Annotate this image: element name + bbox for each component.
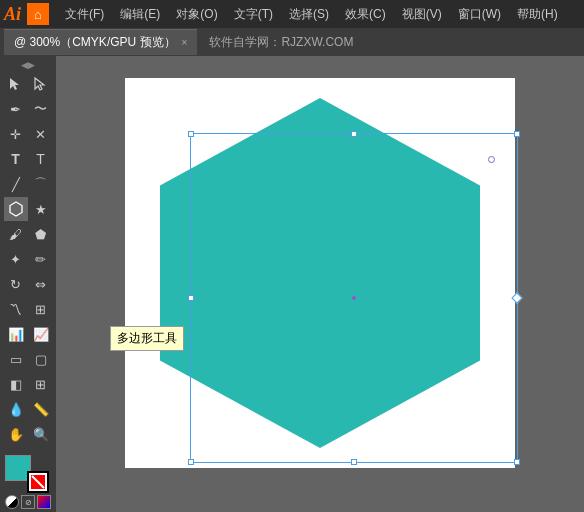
svg-marker-2 [160, 98, 480, 448]
tool-row-8: ✦ ✏ [0, 247, 56, 271]
bar-graph-tool[interactable]: 📈 [29, 322, 53, 346]
menu-effect[interactable]: 效果(C) [337, 2, 394, 27]
tool-row-9: ↻ ⇔ [0, 272, 56, 296]
menu-select[interactable]: 选择(S) [281, 2, 337, 27]
tool-row-1 [0, 72, 56, 96]
star-tool[interactable]: ★ [29, 197, 53, 221]
reflect-tool[interactable]: ⇔ [29, 272, 53, 296]
hand-tool[interactable]: ✋ [4, 422, 28, 446]
left-toolbar: ◀▶ ✒ 〜 ✛ ✕ T T ╱ ⌒ [0, 56, 56, 512]
remove-anchor-tool[interactable]: ✕ [29, 122, 53, 146]
tool-row-4: T T [0, 147, 56, 171]
polygon-tool[interactable] [4, 197, 28, 221]
paintbrush-tool[interactable]: 🖌 [4, 222, 28, 246]
app-logo: Ai [4, 4, 21, 25]
line-tool[interactable]: ╱ [4, 172, 28, 196]
rectangle-tool[interactable]: ▭ [4, 347, 28, 371]
pen-tool[interactable]: ✒ [4, 97, 28, 121]
direct-selection-tool[interactable] [29, 72, 53, 96]
tool-row-3: ✛ ✕ [0, 122, 56, 146]
no-fill-icon[interactable]: ⊘ [21, 495, 35, 509]
fill-stroke-area[interactable] [5, 455, 49, 493]
type-tool[interactable]: T [4, 147, 28, 171]
menu-help[interactable]: 帮助(H) [509, 2, 566, 27]
selection-tool[interactable] [4, 72, 28, 96]
toolbar-collapse[interactable]: ◀▶ [0, 60, 56, 70]
menu-view[interactable]: 视图(V) [394, 2, 450, 27]
main-layout: ◀▶ ✒ 〜 ✛ ✕ T T ╱ ⌒ [0, 56, 584, 512]
tab-close-button[interactable]: × [182, 37, 188, 48]
home-icon: ⌂ [34, 7, 42, 22]
menu-file[interactable]: 文件(F) [57, 2, 112, 27]
tool-row-10: 〽 ⊞ [0, 297, 56, 321]
gradient-fill-icon[interactable] [37, 495, 51, 509]
no-stroke-icon [31, 475, 45, 489]
tool-row-12: ▭ ▢ [0, 347, 56, 371]
color-mode-row: ⊘ [5, 495, 51, 509]
zoom-tool[interactable]: 🔍 [29, 422, 53, 446]
menu-window[interactable]: 窗口(W) [450, 2, 509, 27]
svg-line-1 [32, 476, 44, 488]
pencil-tool[interactable]: ✏ [29, 247, 53, 271]
tool-row-2: ✒ 〜 [0, 97, 56, 121]
free-transform-tool[interactable]: ⊞ [29, 297, 53, 321]
curvature-tool[interactable]: 〜 [29, 97, 53, 121]
add-anchor-tool[interactable]: ✛ [4, 122, 28, 146]
shaper-tool[interactable]: ✦ [4, 247, 28, 271]
website-label: 软件自学网：RJZXW.COM [209, 34, 353, 51]
gradient-tool[interactable]: ◧ [4, 372, 28, 396]
tool-row-14: 💧 📏 [0, 397, 56, 421]
active-tab[interactable]: @ 300%（CMYK/GPU 预览） × [4, 29, 197, 55]
measure-tool[interactable]: 📏 [29, 397, 53, 421]
artboard [125, 78, 515, 468]
warp-tool[interactable]: 〽 [4, 297, 28, 321]
tool-row-15: ✋ 🔍 [0, 422, 56, 446]
svg-marker-0 [10, 202, 22, 216]
tab-label: @ 300%（CMYK/GPU 预览） [14, 34, 176, 51]
menubar-items: 文件(F) 编辑(E) 对象(O) 文字(T) 选择(S) 效果(C) 视图(V… [57, 2, 580, 27]
arc-tool[interactable]: ⌒ [29, 172, 53, 196]
menu-object[interactable]: 对象(O) [168, 2, 225, 27]
home-button[interactable]: ⌂ [27, 3, 49, 25]
tool-row-13: ◧ ⊞ [0, 372, 56, 396]
mesh-tool[interactable]: ⊞ [29, 372, 53, 396]
stroke-swatch[interactable] [27, 471, 49, 493]
hexagon-shape [125, 78, 515, 468]
tool-row-5: ╱ ⌒ [0, 172, 56, 196]
vertical-type-tool[interactable]: T [29, 147, 53, 171]
menu-edit[interactable]: 编辑(E) [112, 2, 168, 27]
rotate-tool[interactable]: ↻ [4, 272, 28, 296]
tool-row-7: 🖌 ⬟ [0, 222, 56, 246]
rounded-rect-tool[interactable]: ▢ [29, 347, 53, 371]
tabbar: @ 300%（CMYK/GPU 预览） × 软件自学网：RJZXW.COM [0, 28, 584, 56]
normal-mode-icon[interactable] [5, 495, 19, 509]
menu-text[interactable]: 文字(T) [226, 2, 281, 27]
eyedropper-tool[interactable]: 💧 [4, 397, 28, 421]
tool-row-6: ★ [0, 197, 56, 221]
blob-brush-tool[interactable]: ⬟ [29, 222, 53, 246]
color-swatches-area: ⊘ [3, 453, 53, 511]
graph-tool[interactable]: 📊 [4, 322, 28, 346]
tool-row-11: 📊 📈 [0, 322, 56, 346]
menubar: Ai ⌂ 文件(F) 编辑(E) 对象(O) 文字(T) 选择(S) 效果(C)… [0, 0, 584, 28]
canvas-area[interactable]: 多边形工具 [56, 56, 584, 512]
